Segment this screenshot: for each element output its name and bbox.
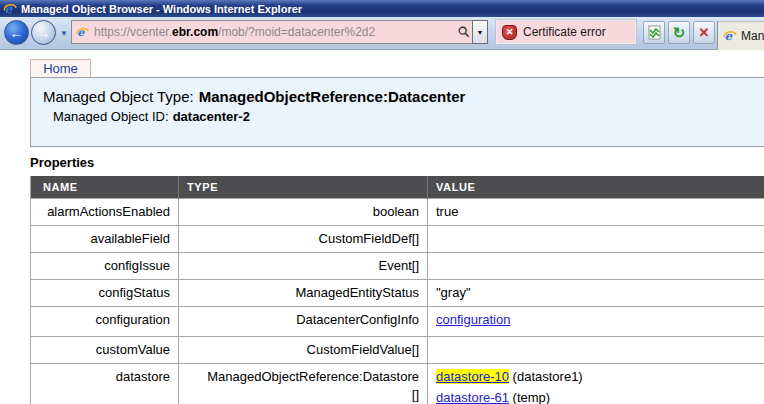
- value-link[interactable]: configuration: [436, 312, 510, 327]
- title-bar: e Managed Object Browser - Windows Inter…: [0, 0, 764, 17]
- property-value-cell: "gray": [428, 280, 764, 307]
- property-name-cell: alarmActionsEnabled: [31, 199, 179, 226]
- table-row: configStatusManagedEntityStatus"gray": [31, 280, 764, 307]
- table-row: customValueCustomFieldValue[]: [31, 337, 764, 364]
- home-tab-label: Home: [43, 61, 78, 76]
- property-type-cell: Event[]: [179, 253, 428, 280]
- properties-heading: Properties: [30, 155, 94, 170]
- search-icon[interactable]: [456, 20, 472, 44]
- managed-object-id-label: Managed Object ID:: [53, 109, 169, 124]
- tab-favicon-icon: e: [723, 29, 737, 43]
- table-row: configIssueEvent[]: [31, 253, 764, 280]
- compatibility-view-button[interactable]: [643, 21, 665, 44]
- stop-icon: ✕: [699, 26, 710, 39]
- value-line: configuration: [436, 311, 758, 329]
- certificate-error-shield-icon: ✕: [502, 25, 517, 40]
- stop-button[interactable]: ✕: [693, 21, 715, 44]
- table-row: datastoreManagedObjectReference:Datastor…: [31, 364, 764, 404]
- value-link[interactable]: datastore-61: [436, 390, 509, 404]
- property-value-cell: [428, 253, 764, 280]
- column-header-value: VALUE: [428, 176, 764, 199]
- property-type-cell: DatacenterConfigInfo: [179, 307, 428, 337]
- browser-tab[interactable]: e Man: [717, 21, 764, 50]
- url-text: https://vcenter.ebr.com/mob/?moid=datace…: [94, 25, 375, 39]
- column-header-name: NAME: [31, 176, 179, 199]
- address-dropdown-button[interactable]: ▼: [472, 20, 488, 44]
- property-value-cell: [428, 226, 764, 253]
- property-type-cell: ManagedObjectReference:Datastore[]: [179, 364, 428, 404]
- url-domain: ebr.com: [172, 25, 218, 39]
- value-link[interactable]: datastore-10: [436, 369, 509, 384]
- properties-table-container: NAMETYPEVALUE alarmActionsEnabledboolean…: [30, 176, 764, 404]
- property-type-cell: CustomFieldDef[]: [179, 226, 428, 253]
- property-type-cell: ManagedEntityStatus: [179, 280, 428, 307]
- property-value-cell: [428, 337, 764, 364]
- managed-object-type-label: Managed Object Type:: [43, 88, 194, 105]
- address-bar[interactable]: e https://vcenter.ebr.com/mob/?moid=data…: [71, 20, 456, 44]
- managed-object-type-value: ManagedObjectReference:Datacenter: [199, 88, 466, 105]
- property-name-cell: configuration: [31, 307, 179, 337]
- properties-table: NAMETYPEVALUE alarmActionsEnabledboolean…: [30, 176, 764, 404]
- certificate-error-label: Certificate error: [523, 25, 606, 39]
- certificate-error-badge[interactable]: ✕ Certificate error: [496, 20, 636, 44]
- managed-object-header: Managed Object Type:ManagedObjectReferen…: [30, 77, 764, 147]
- ie-logo-icon: e: [3, 2, 17, 16]
- page-icon: [648, 25, 661, 40]
- window-title: Managed Object Browser - Windows Interne…: [21, 3, 302, 15]
- column-header-type: TYPE: [179, 176, 428, 199]
- forward-button[interactable]: →: [31, 20, 56, 45]
- property-value-cell: true: [428, 199, 764, 226]
- table-header-row: NAMETYPEVALUE: [31, 176, 764, 199]
- property-name-cell: configStatus: [31, 280, 179, 307]
- back-button[interactable]: ←: [4, 20, 29, 45]
- property-type-cell: boolean: [179, 199, 428, 226]
- value-suffix: (temp): [509, 390, 550, 404]
- value-line: datastore-61 (temp): [436, 389, 758, 404]
- refresh-button[interactable]: ↻: [668, 21, 690, 44]
- url-path: /mob/?moid=datacenter%2d2: [218, 25, 375, 39]
- property-name-cell: configIssue: [31, 253, 179, 280]
- table-row: availableFieldCustomFieldDef[]: [31, 226, 764, 253]
- recent-pages-dropdown-icon[interactable]: ▼: [60, 29, 68, 38]
- browser-window: e Managed Object Browser - Windows Inter…: [0, 0, 764, 404]
- table-row: alarmActionsEnabledbooleantrue: [31, 199, 764, 226]
- managed-object-type-line: Managed Object Type:ManagedObjectReferen…: [43, 88, 764, 105]
- page-favicon-icon: e: [76, 26, 89, 39]
- property-type-cell: CustomFieldValue[]: [179, 337, 428, 364]
- url-prefix: https://vcenter.: [94, 25, 172, 39]
- tab-label: Man: [741, 29, 764, 43]
- property-name-cell: customValue: [31, 337, 179, 364]
- property-name-cell: datastore: [31, 364, 179, 404]
- home-tab[interactable]: Home: [30, 59, 91, 78]
- property-name-cell: availableField: [31, 226, 179, 253]
- value-line: datastore-10 (datastore1): [436, 368, 758, 386]
- property-value-cell: datastore-10 (datastore1)datastore-61 (t…: [428, 364, 764, 404]
- browser-chrome: ← → ▼ e https://vcenter.ebr.com/mob/?moi…: [0, 17, 764, 50]
- table-row: configurationDatacenterConfigInfoconfigu…: [31, 307, 764, 337]
- value-suffix: (datastore1): [509, 369, 583, 384]
- managed-object-id-line: Managed Object ID:datacenter-2: [53, 109, 764, 124]
- refresh-icon: ↻: [673, 25, 686, 40]
- property-value-cell: configuration: [428, 307, 764, 337]
- managed-object-id-value: datacenter-2: [173, 109, 250, 124]
